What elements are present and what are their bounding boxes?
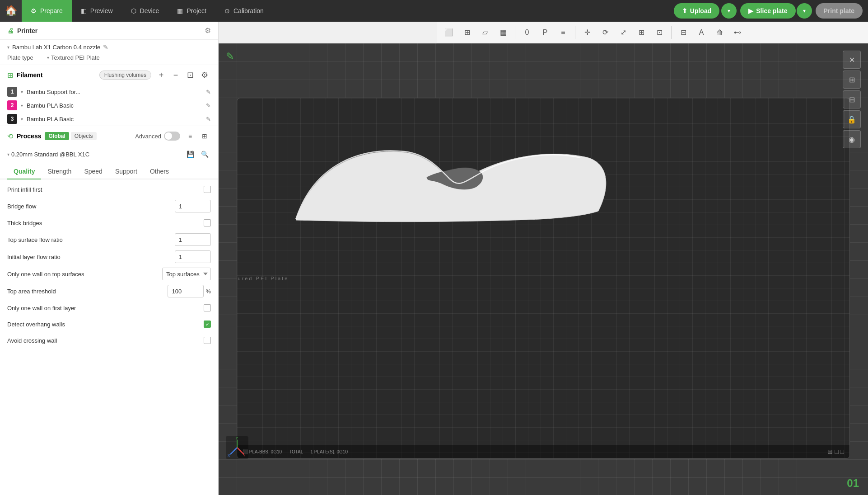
plate-type-select[interactable]: ▾ Textured PEI Plate [47, 54, 100, 61]
upload-button[interactable]: ⬆ Upload [674, 3, 719, 19]
toolbar-measure-btn[interactable]: ⊷ [729, 24, 746, 41]
tab-calibration[interactable]: ⊙ Calibration [215, 0, 273, 22]
top-surface-flow-control [175, 233, 211, 246]
viewport-3d[interactable]: ✎ Bambu Textured PEI Plate [219, 43, 868, 495]
detect-overhang-checkbox[interactable] [204, 321, 211, 328]
only-one-wall-first-checkbox[interactable] [204, 304, 211, 311]
rt-visibility-button[interactable]: ◉ [843, 130, 861, 148]
toolbar-list-btn[interactable]: ≡ [555, 24, 571, 41]
printer-settings-icon[interactable]: ⚙ [205, 26, 211, 35]
toolbar-grid-btn[interactable]: ⊞ [459, 24, 475, 41]
setting-print-infill-first: Print infill first [0, 181, 218, 198]
only-one-wall-first-control [204, 304, 211, 311]
thick-bridges-checkbox[interactable] [204, 219, 211, 226]
process-advanced: Advanced [135, 132, 180, 141]
toolbar-move-btn[interactable]: ✛ [579, 24, 595, 41]
status-filament: ⬛ PLA-BBS, 0G10 [243, 449, 282, 454]
top-area-threshold-input[interactable] [168, 285, 204, 297]
tab-strength[interactable]: Strength [41, 164, 78, 179]
toolbar-scale-btn[interactable]: ⤢ [615, 24, 631, 41]
rt-view-button[interactable]: ⊟ [843, 90, 861, 108]
setting-top-area-threshold: Top area threshold % [0, 283, 218, 300]
svg-text:X: X [228, 453, 230, 457]
badge-global[interactable]: Global [45, 132, 69, 140]
edit-pencil-icon[interactable]: ✎ [226, 51, 234, 62]
rt-close-button[interactable]: ✕ [843, 51, 861, 69]
flushing-volumes-button[interactable]: Flushing volumes [99, 71, 151, 80]
filament-copy-button[interactable]: ⊡ [184, 69, 196, 81]
filament-1-edit-icon[interactable]: ✎ [206, 89, 211, 95]
tab-quality[interactable]: Quality [7, 164, 41, 179]
print-infill-first-checkbox[interactable] [204, 186, 211, 193]
filament-header: ⊞ Filament Flushing volumes + − ⊡ ⚙ [0, 65, 218, 85]
preset-search-button[interactable]: 🔍 [198, 148, 211, 160]
toolbar-text-btn[interactable]: A [693, 24, 709, 41]
badge-objects[interactable]: Objects [71, 132, 97, 140]
top-surface-flow-input[interactable] [175, 233, 211, 246]
upload-dropdown[interactable]: ▾ [721, 3, 737, 19]
home-logo[interactable]: 🏠 [0, 0, 22, 22]
axes-indicator: X Y Z [226, 436, 248, 459]
toolbar-zero-btn[interactable]: 0 [519, 24, 535, 41]
print-button[interactable]: Print plate [816, 3, 863, 19]
printer-edit-icon[interactable]: ✎ [103, 43, 108, 51]
preset-save-button[interactable]: 💾 [184, 148, 196, 160]
viewport-toolbar: ⬜ ⊞ ▱ ▦ 0 P ≡ ✛ ⟳ ⤢ ⊞ ⊡ ⊟ A ⟰ ⊷ [437, 22, 868, 43]
process-list-button[interactable]: ≡ [184, 130, 196, 142]
preset-actions: 💾 🔍 [184, 148, 211, 160]
filament-2-edit-icon[interactable]: ✎ [206, 102, 211, 109]
preset-name: ▾ 0.20mm Standard @BBL X1C [7, 151, 180, 158]
avoid-crossing-checkbox[interactable] [204, 337, 211, 344]
detect-overhang-control [204, 321, 211, 328]
model-3d [291, 143, 607, 234]
prepare-icon: ⚙ [31, 7, 37, 14]
toolbar-rotate-btn[interactable]: ⟳ [597, 24, 613, 41]
filament-item-3: 3 ▾ Bambu PLA Basic ✎ [0, 112, 218, 126]
initial-layer-flow-control [175, 250, 211, 263]
top-area-threshold-control: % [168, 285, 211, 297]
toolbar-support-btn[interactable]: ⟰ [711, 24, 728, 41]
chevron-down-icon: ▾ [21, 117, 23, 122]
printer-section-header: 🖨 Printer ⚙ [0, 22, 218, 40]
left-panel: 🖨 Printer ⚙ ▾ Bambu Lab X1 Carbon 0.4 no… [0, 22, 219, 495]
rt-lock-button[interactable]: 🔒 [843, 110, 861, 128]
toolbar-arrange-btn[interactable]: ⊡ [651, 24, 667, 41]
thick-bridges-control [204, 219, 211, 226]
preview-icon: ◧ [81, 7, 87, 14]
toolbar-3d-btn[interactable]: ⬜ [441, 24, 457, 41]
toolbar-p-btn[interactable]: P [537, 24, 553, 41]
toolbar-mirror-btn[interactable]: ⊞ [633, 24, 649, 41]
slice-dropdown[interactable]: ▾ [797, 3, 812, 19]
setting-avoid-crossing: Avoid crossing wall [0, 332, 218, 349]
filament-settings-button[interactable]: ⚙ [198, 69, 211, 81]
setting-top-surface-flow: Top surface flow ratio [0, 231, 218, 248]
printer-icon: 🖨 [7, 27, 14, 34]
tab-preview[interactable]: ◧ Preview [72, 0, 122, 22]
advanced-toggle[interactable] [164, 132, 180, 141]
process-compare-button[interactable]: ⊞ [198, 130, 211, 142]
filament-section: ⊞ Filament Flushing volumes + − ⊡ ⚙ 1 ▾ … [0, 65, 218, 126]
filament-remove-button[interactable]: − [169, 69, 182, 81]
print-infill-first-control [204, 186, 211, 193]
filament-number-2: 2 [7, 100, 17, 110]
tab-project[interactable]: ▦ Project [168, 0, 215, 22]
calibration-icon: ⊙ [224, 7, 230, 14]
tab-speed[interactable]: Speed [78, 164, 108, 179]
setting-thick-bridges: Thick bridges [0, 215, 218, 231]
tab-others[interactable]: Others [144, 164, 175, 179]
filament-3-edit-icon[interactable]: ✎ [206, 116, 211, 123]
only-one-wall-top-select[interactable]: Top surfaces All surfaces Disabled [162, 268, 211, 280]
slice-button[interactable]: ▶ Slice plate [740, 3, 795, 19]
rt-layers-button[interactable]: ⊞ [843, 71, 861, 89]
bridge-flow-input[interactable] [175, 200, 211, 212]
toolbar-layout-btn[interactable]: ▦ [495, 24, 511, 41]
tab-prepare[interactable]: ⚙ Prepare [22, 0, 72, 22]
initial-layer-flow-input[interactable] [175, 250, 211, 263]
toolbar-split-btn[interactable]: ⊟ [675, 24, 691, 41]
toolbar-angle-btn[interactable]: ▱ [477, 24, 493, 41]
toolbar-sep-1 [515, 26, 515, 39]
tab-support[interactable]: Support [109, 164, 144, 179]
bridge-flow-control [175, 200, 211, 212]
filament-add-button[interactable]: + [155, 69, 168, 81]
tab-device[interactable]: ⬡ Device [122, 0, 168, 22]
